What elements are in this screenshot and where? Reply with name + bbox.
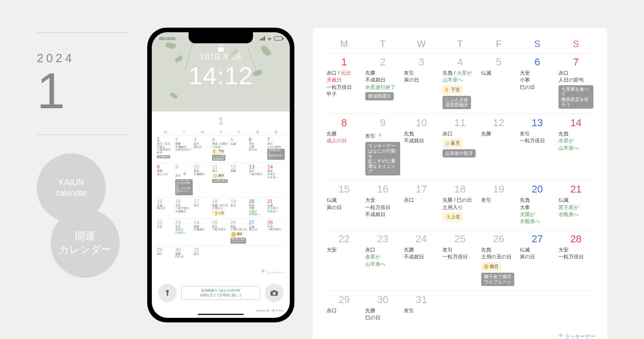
tag-shibungi: しぶんぎ座 流星群極大 (443, 96, 471, 109)
dow-w: W (402, 39, 441, 53)
day-3: 3友引寅の日 (402, 53, 441, 114)
day-27: 27仏滅寅の日 (518, 230, 557, 291)
day-24: 24先勝不成就日 (402, 230, 441, 291)
day-7: 7赤口人日の節句七草粥を食べて 無病息災を祈ろう (557, 53, 595, 114)
day-5: 5仏滅 (479, 53, 518, 114)
tag-shishi: 獅子座で満月 ウルフムーン (481, 273, 514, 286)
day-17: 17赤口 (402, 180, 441, 230)
day-11: 11赤口新月 山羊座の新月 (441, 114, 479, 180)
p-day-1: 1赤口 / 元日天赦日一粒万倍日甲子最強開運日 (156, 135, 175, 163)
day-18: 18先勝 / 巳の日土用入り上弦 (441, 180, 479, 230)
day-9: 9友引 ✦ラッキーデーはなにか行動を 起こすのに最適なタイミング (363, 114, 402, 180)
moon-full: 満月 (481, 262, 501, 271)
lock-icon (218, 44, 224, 51)
lucky-star-icon: ✦ (377, 131, 383, 139)
day-31: 31友引 (402, 291, 441, 326)
day-8: 8先勝成人の日 (325, 114, 363, 180)
moon-new: 新月 (443, 139, 463, 148)
flashlight-icon (164, 289, 171, 297)
tag-yagi-new: 山羊座の新月 (443, 149, 476, 158)
day-25: 25友引一粒万倍日 (441, 230, 479, 291)
day-10: 10先負不成就日 (402, 114, 441, 180)
day-30: 30先勝巳の日 (363, 291, 402, 326)
month-label: 1 (37, 65, 129, 116)
day-14: 14先負水星が山羊座へ (557, 114, 595, 180)
brand-label: cocoloni あ・林 ⊕ 5un (152, 309, 290, 314)
day-16: 16大安一粒万倍日不成就日 (363, 180, 402, 230)
phone-calendar: 1 MTWTFSS 1赤口 / 元日天赦日一粒万倍日甲子最強開運日 2先勝不成就… (152, 111, 290, 280)
phone-mockup: docomo 1月1日 月曜日 14:12 1 (147, 28, 294, 322)
day-13: 13友引一粒万倍日 (518, 114, 557, 180)
day-1: 1赤口 / 元日天赦日一粒万倍日甲子 (325, 53, 363, 114)
phone-month-label: 1 (156, 115, 285, 127)
day-4: 4先負 / 火星が山羊座へ下弦 しぶんぎ座 流星群極大 (441, 53, 479, 114)
svg-rect-1 (273, 290, 276, 292)
signal-icon (260, 36, 265, 41)
dow-m: M (325, 39, 363, 53)
day-6: 6大安小寒巳の日 (518, 53, 557, 114)
camera-button[interactable] (265, 284, 283, 302)
tag-lucky-tip: ラッキーデーはなにか行動を 起こすのに最適なタイミング (365, 142, 400, 175)
day-19: 19友引 (479, 180, 518, 230)
day-12: 12先勝 (479, 114, 518, 180)
day-28: 28大安一粒万倍日 (557, 230, 595, 291)
dow-th: T (441, 39, 479, 53)
calendar-panel: M T W T F S S 1赤口 / 元日天赦日一粒万倍日甲子 2先勝不成就日… (313, 28, 607, 339)
dow-t: T (363, 39, 402, 53)
day-20: 20先負大寒太陽が水瓶座へ (518, 180, 557, 230)
battery-icon (274, 36, 282, 41)
phone-notch (189, 32, 253, 43)
wifi-icon (267, 37, 272, 41)
flashlight-button[interactable] (158, 284, 177, 302)
day-22: 22大安 (325, 230, 363, 291)
lucky-legend: ✦ ラッキーデー (325, 326, 595, 339)
day-15: 15仏滅寅の日 (325, 180, 363, 230)
camera-icon (270, 290, 278, 296)
carrier-label: docomo (159, 36, 176, 41)
sidebar: 2024 1 KAIUNcalendar 開運カレンダー (37, 28, 129, 282)
footer-message: 最強開運日で始まる2024年 目標を立てて計画的に動こう (181, 286, 260, 300)
tag-saikyo: 最強開運日 (365, 92, 394, 100)
tag-nanakusa: 七草粥を食べて 無病息災を祈ろう (558, 85, 593, 109)
dow-sa: S (518, 39, 557, 53)
phone-lock-footer: 最強開運日で始まる2024年 目標を立てて計画的に動こう (152, 280, 290, 309)
badge-kaiun-jp: 開運カレンダー (51, 209, 120, 278)
dow-f: F (479, 39, 518, 53)
svg-point-2 (273, 292, 276, 295)
phone-lucky-legend: ✦ ラッキーデー (156, 267, 285, 277)
lock-wallpaper: 1月1日 月曜日 14:12 (152, 32, 290, 111)
day-29: 29赤口 (325, 291, 363, 326)
moon-lq: 下弦 (443, 85, 463, 94)
home-indicator (198, 314, 244, 315)
day-23: 23赤口金星が山羊座へ (363, 230, 402, 291)
moon-fq: 上弦 (443, 212, 463, 222)
day-21: 21仏滅冥王星が水瓶座へ (557, 180, 595, 230)
day-26: 26先負土用の丑の日満月獅子座で満月 ウルフムーン (479, 230, 518, 291)
dow-su: S (557, 39, 595, 53)
day-2: 2先勝不成就日水星逆行終了最強開運日 (363, 53, 402, 114)
